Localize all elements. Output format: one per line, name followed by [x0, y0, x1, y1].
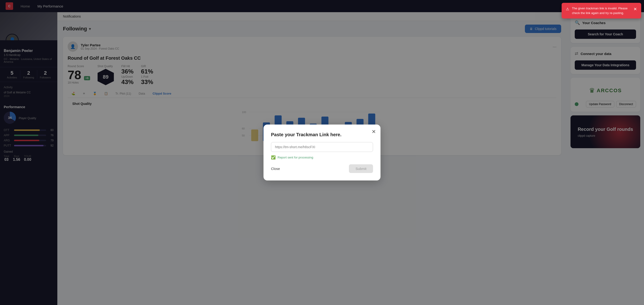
modal-submit-button[interactable]: Submit [349, 164, 373, 173]
success-icon: ✅ [271, 155, 276, 160]
modal-footer: Close Submit [271, 164, 373, 173]
modal-overlay[interactable]: Paste your Trackman Link here. ✕ ✅ Repor… [0, 0, 644, 305]
trackman-link-input[interactable] [271, 142, 373, 152]
error-toast: ⚠ The given trackman link is invalid. Pl… [562, 3, 641, 18]
alert-icon: ⚠ [566, 6, 569, 12]
toast-close-button[interactable]: ✕ [634, 6, 637, 12]
modal-success-message: ✅ Report sent for processing [271, 155, 373, 160]
toast-message: The given trackman link is invalid. Plea… [572, 6, 631, 15]
modal-close-button[interactable]: Close [271, 167, 280, 171]
modal-title: Paste your Trackman Link here. [271, 132, 373, 138]
modal-close-icon-button[interactable]: ✕ [372, 129, 376, 135]
modal-box: Paste your Trackman Link here. ✕ ✅ Repor… [264, 124, 380, 180]
